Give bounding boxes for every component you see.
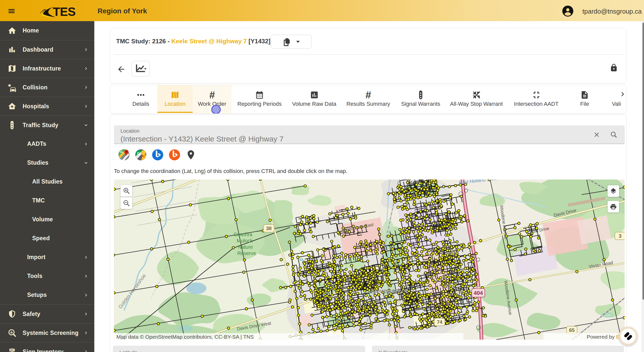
svg-text:Nature: Nature	[238, 244, 253, 250]
svg-text:Mulock: Mulock	[237, 238, 253, 243]
svg-text:TES: TES	[53, 5, 75, 17]
svg-text:404: 404	[474, 290, 483, 296]
svg-text:G: G	[120, 150, 123, 154]
svg-text:74: 74	[437, 319, 443, 325]
svg-text:38: 38	[266, 226, 272, 231]
svg-text:Reserve: Reserve	[237, 251, 256, 256]
svg-text:3: 3	[619, 233, 621, 239]
svg-text:G: G	[137, 151, 140, 155]
svg-text:Newmarket: Newmarket	[371, 287, 407, 295]
svg-text:65: 65	[569, 327, 575, 333]
svg-text:Cawthra: Cawthra	[234, 232, 252, 237]
